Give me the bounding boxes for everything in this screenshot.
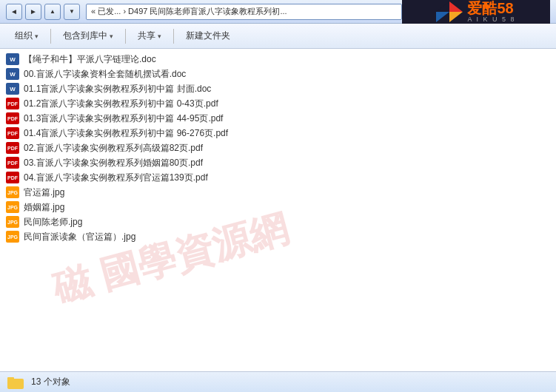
forward-button[interactable]: ►: [25, 4, 41, 20]
back-button[interactable]: ◄: [6, 4, 22, 20]
file-type-icon: JPG: [6, 186, 19, 198]
dropdown-button[interactable]: ▼: [64, 4, 80, 20]
new-folder-button[interactable]: 新建文件夹: [178, 27, 238, 46]
svg-marker-1: [436, 12, 449, 22]
organize-button[interactable]: 组织 ▾: [7, 27, 46, 46]
logo-sub-text: A I K U 5 8: [467, 16, 515, 23]
list-item[interactable]: JPG民间盲派读象（官运篇）.jpg: [0, 229, 556, 244]
list-item[interactable]: JPG民间陈老师.jpg: [0, 214, 556, 229]
separator-2: [125, 29, 126, 44]
organize-label: 组织: [15, 30, 33, 42]
file-type-icon: JPG: [6, 216, 19, 228]
svg-rect-5: [7, 377, 14, 380]
file-name: 00.盲派八字读象资料全套随机摆试看.doc: [24, 68, 186, 81]
path-bar[interactable]: « 已发... › D497 民间陈老师盲派八字读象教程系列初...: [86, 4, 402, 20]
file-name: 04.盲派八字读象实例教程系列官运篇139页.pdf: [24, 172, 208, 184]
file-name: 民间陈老师.jpg: [24, 216, 82, 229]
status-bar: 13 个对象: [0, 371, 556, 392]
list-item[interactable]: PDF02.盲派八字读象实例教程系列高级篇82页.pdf: [0, 141, 556, 155]
file-name: 官运篇.jpg: [24, 186, 64, 199]
path-text: « 已发... › D497 民间陈老师盲派八字读象教程系列初...: [91, 6, 287, 17]
file-type-icon: PDF: [6, 172, 19, 183]
file-name: 01.3盲派八字读象实例教程系列初中篇 44-95页.pdf: [24, 112, 223, 125]
include-label: 包含到库中: [63, 30, 107, 42]
file-name: 民间盲派读象（官运篇）.jpg: [24, 231, 135, 243]
file-type-icon: W: [6, 83, 19, 95]
share-button[interactable]: 共享 ▾: [130, 27, 169, 46]
file-type-icon: JPG: [6, 201, 19, 213]
folder-icon: [7, 376, 24, 389]
organize-chevron: ▾: [35, 33, 38, 40]
file-type-icon: PDF: [6, 157, 19, 169]
file-name: 02.盲派八字读象实例教程系列高级篇82页.pdf: [24, 142, 203, 155]
file-name: 01.4盲派八字读象实例教程系列初中篇 96-276页.pdf: [24, 127, 228, 140]
logo-main-text: 爱酷58: [467, 1, 515, 16]
file-type-icon: PDF: [6, 142, 19, 154]
new-folder-label: 新建文件夹: [186, 30, 230, 42]
file-name: 【绳子和牛】平派八字链理论.doc: [24, 53, 156, 66]
main-area: 磁 國學資源網 W【绳子和牛】平派八字链理论.docW00.盲派八字读象资料全套…: [0, 49, 556, 371]
share-chevron: ▾: [158, 33, 161, 40]
up-button[interactable]: ▲: [44, 4, 61, 20]
status-count: 13 个对象: [31, 376, 70, 388]
list-item[interactable]: PDF03.盲派八字读象实例教程系列婚姻篇80页.pdf: [0, 155, 556, 170]
svg-rect-4: [7, 379, 24, 389]
title-bar-left: ◄ ► ▲ ▼ « 已发... › D497 民间陈老师盲派八字读象教程系列初.…: [6, 4, 402, 20]
list-item[interactable]: PDF01.4盲派八字读象实例教程系列初中篇 96-276页.pdf: [0, 126, 556, 141]
logo-area: 爱酷58 A I K U 5 8: [402, 0, 550, 24]
file-type-icon: W: [6, 68, 19, 80]
file-type-icon: PDF: [6, 127, 19, 139]
list-item[interactable]: W【绳子和牛】平派八字链理论.doc: [0, 52, 556, 67]
include-chevron: ▾: [110, 33, 113, 40]
separator-1: [50, 29, 51, 44]
list-item[interactable]: PDF04.盲派八字读象实例教程系列官运篇139页.pdf: [0, 170, 556, 185]
svg-marker-2: [449, 12, 463, 22]
file-type-icon: JPG: [6, 231, 19, 243]
toolbar: 组织 ▾ 包含到库中 ▾ 共享 ▾ 新建文件夹: [0, 24, 556, 49]
file-type-icon: W: [6, 53, 19, 65]
list-item[interactable]: PDF01.2盲派八字读象实例教程系列初中篇 0-43页.pdf: [0, 96, 556, 111]
list-item[interactable]: W00.盲派八字读象资料全套随机摆试看.doc: [0, 67, 556, 81]
file-type-icon: PDF: [6, 98, 19, 109]
logo-text-block: 爱酷58 A I K U 5 8: [467, 1, 515, 23]
file-name: 01.2盲派八字读象实例教程系列初中篇 0-43页.pdf: [24, 98, 218, 110]
file-list: W【绳子和牛】平派八字链理论.docW00.盲派八字读象资料全套随机摆试看.do…: [0, 49, 556, 371]
title-bar: ◄ ► ▲ ▼ « 已发... › D497 民间陈老师盲派八字读象教程系列初.…: [0, 0, 556, 24]
list-item[interactable]: JPG官运篇.jpg: [0, 185, 556, 200]
list-item[interactable]: W01.1盲派八字读象实例教程系列初中篇 封面.doc: [0, 81, 556, 96]
list-item[interactable]: PDF01.3盲派八字读象实例教程系列初中篇 44-95页.pdf: [0, 111, 556, 126]
file-name: 婚姻篇.jpg: [24, 201, 64, 214]
file-name: 01.1盲派八字读象实例教程系列初中篇 封面.doc: [24, 83, 211, 95]
svg-marker-3: [436, 1, 449, 12]
file-type-icon: PDF: [6, 112, 19, 124]
logo-icon: [436, 1, 463, 22]
separator-3: [173, 29, 174, 44]
file-name: 03.盲派八字读象实例教程系列婚姻篇80页.pdf: [24, 157, 203, 169]
include-library-button[interactable]: 包含到库中 ▾: [56, 27, 121, 46]
share-label: 共享: [138, 30, 155, 42]
svg-marker-0: [449, 1, 463, 12]
list-item[interactable]: JPG婚姻篇.jpg: [0, 200, 556, 214]
